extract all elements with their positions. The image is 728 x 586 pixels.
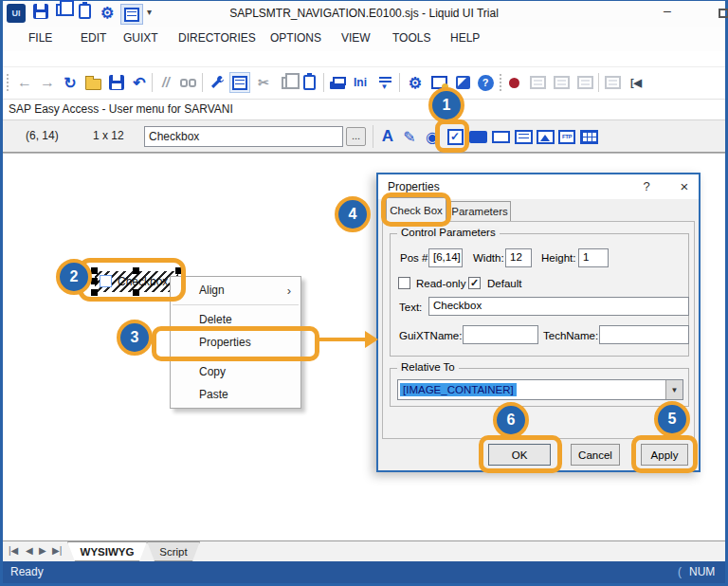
print-icon[interactable] (327, 72, 348, 93)
title-bar: UI ⚙ ▾ SAPLSMTR_NAVIGATION.E0100.sjs - L… (3, 1, 725, 27)
checkbox-tool-icon[interactable]: ✓ (445, 126, 465, 147)
resize-handle[interactable] (133, 267, 139, 274)
copy-gray-icon[interactable] (276, 72, 297, 93)
dialog-close-button[interactable]: × (674, 178, 695, 195)
form-view-icon[interactable] (120, 4, 143, 25)
text-tool-icon[interactable]: A (377, 126, 398, 147)
menu-guixt[interactable]: GUIXT (123, 31, 158, 45)
copy-icon[interactable] (56, 4, 66, 16)
context-menu-properties[interactable]: Properties (171, 331, 300, 354)
context-menu-copy[interactable]: Copy (171, 360, 300, 383)
nav-prev-icon[interactable]: ◀ (26, 545, 33, 556)
canvas-checkbox-square[interactable] (100, 275, 112, 287)
nav-next-icon[interactable]: ▶ (39, 545, 46, 556)
resize-handle[interactable] (133, 289, 139, 296)
dropdown-selected-value: [IMAGE_CONTAINER] (400, 383, 517, 396)
height-input[interactable]: 1 (578, 248, 609, 267)
menu-help[interactable]: HELP (450, 31, 480, 45)
callout-arrow-head (365, 331, 378, 348)
forward-icon[interactable]: → (37, 72, 58, 93)
cancel-button[interactable]: Cancel (571, 444, 620, 466)
default-checkbox[interactable]: ✓ (468, 277, 481, 289)
apply-button[interactable]: Apply (641, 444, 688, 466)
menu-file[interactable]: FILE (28, 31, 52, 45)
context-menu-paste[interactable]: Paste (171, 383, 300, 406)
open-folder-icon[interactable] (82, 72, 103, 93)
menu-options[interactable]: OPTIONS (270, 31, 321, 45)
pos-label: Pos # (400, 252, 428, 264)
relative-to-dropdown[interactable]: [IMAGE_CONTAINER] ▼ (397, 379, 683, 400)
tab-wysiwyg[interactable]: WYSIWYG (67, 541, 147, 561)
back-icon[interactable]: ← (14, 72, 35, 93)
toolbar-grip[interactable] (7, 74, 9, 91)
dropdown-arrow-icon[interactable]: ▼ (665, 380, 682, 399)
pencil-icon[interactable]: ✎ (399, 126, 420, 147)
menu-tools[interactable]: TOOLS (392, 31, 430, 45)
status-bar: Ready ( NUM (3, 561, 725, 583)
form-grid-icon[interactable] (229, 72, 250, 93)
app-logo-icon: UI (7, 4, 26, 23)
menu-edit[interactable]: EDIT (81, 31, 106, 45)
resize-handle[interactable] (91, 278, 98, 284)
undo-icon[interactable]: ↶ (129, 72, 150, 93)
pushbutton-tool-icon[interactable] (467, 126, 488, 147)
cut-icon[interactable]: ✂ (253, 72, 274, 93)
gear-icon[interactable]: ⚙ (100, 4, 114, 22)
paste-icon[interactable] (79, 4, 91, 19)
find-binoculars-icon[interactable] (177, 72, 198, 93)
radio-button-icon[interactable]: ◉ (422, 126, 443, 147)
minimize-button[interactable]: – (664, 3, 671, 18)
resize-handle[interactable] (175, 267, 182, 274)
width-input[interactable]: 12 (505, 248, 532, 267)
guixtname-input[interactable] (463, 325, 538, 344)
main-toolbar: ← → ↻ ↶ // ✂ Ini ⚙ ? [◀ (3, 66, 725, 100)
nav-last-icon[interactable]: ▶| (52, 545, 62, 556)
ini-file-icon[interactable]: Ini (350, 72, 371, 93)
techname-input[interactable] (599, 325, 689, 344)
listbox-tool-icon[interactable] (513, 126, 534, 147)
settings-gear-icon[interactable]: ⚙ (405, 72, 426, 93)
readonly-checkbox[interactable] (398, 277, 410, 289)
save-file-icon[interactable] (106, 72, 127, 93)
application-window: UI ⚙ ▾ SAPLSMTR_NAVIGATION.E0100.sjs - L… (0, 0, 728, 586)
disabled-icon-3 (574, 72, 595, 93)
toolbar-grip[interactable] (500, 74, 501, 91)
save-icon[interactable] (33, 4, 48, 19)
properties-dialog: Properties ? × Check Box Parameters Cont… (376, 173, 701, 472)
element-text-input[interactable]: Checkbox (144, 126, 343, 147)
comment-icon[interactable]: // (155, 72, 176, 93)
text-input[interactable]: Checkbox (428, 297, 689, 316)
resize-handle[interactable] (91, 289, 98, 296)
ftp-tool-icon[interactable]: FTP (556, 126, 577, 147)
menu-directories[interactable]: DIRECTORIES (178, 31, 256, 45)
download-lines-icon[interactable] (374, 72, 395, 93)
nav-first-icon[interactable]: |◀ (9, 545, 18, 556)
context-menu-delete[interactable]: Delete (171, 308, 300, 331)
context-menu-align[interactable]: Align › (171, 279, 300, 302)
toolbar-separator (373, 125, 373, 148)
control-parameters-legend: Control Parameters (397, 227, 500, 238)
record-icon[interactable] (503, 72, 524, 93)
paste-clipboard-icon[interactable] (299, 72, 319, 93)
ok-button[interactable]: OK (488, 444, 551, 466)
more-button[interactable]: ... (346, 127, 366, 146)
pos-input[interactable]: [6,14] (428, 248, 463, 267)
tab-check-box[interactable]: Check Box (386, 197, 446, 222)
image-tool-icon[interactable] (535, 126, 555, 147)
menu-view[interactable]: VIEW (341, 31, 371, 45)
sap-context-bar: SAP Easy Access - User menu for SARVANI (3, 100, 725, 119)
help-icon[interactable]: ? (475, 72, 496, 93)
wrench-icon[interactable] (207, 72, 228, 93)
refresh-icon[interactable]: ↻ (60, 72, 81, 93)
dialog-help-button[interactable]: ? (636, 178, 657, 195)
box-tool-icon[interactable] (490, 126, 511, 147)
resize-handle[interactable] (91, 267, 98, 274)
tab-parameters[interactable]: Parameters (448, 201, 511, 221)
table-tool-icon[interactable] (578, 126, 599, 147)
toolbar-separator (399, 73, 400, 92)
qat-caret-icon[interactable]: ▾ (147, 7, 152, 17)
maximize-button[interactable] (719, 9, 728, 18)
tab-script[interactable]: Script (147, 541, 200, 561)
canvas-checkbox-element[interactable]: Checkbox (95, 271, 178, 292)
exit-icon[interactable]: [◀ (626, 72, 646, 93)
